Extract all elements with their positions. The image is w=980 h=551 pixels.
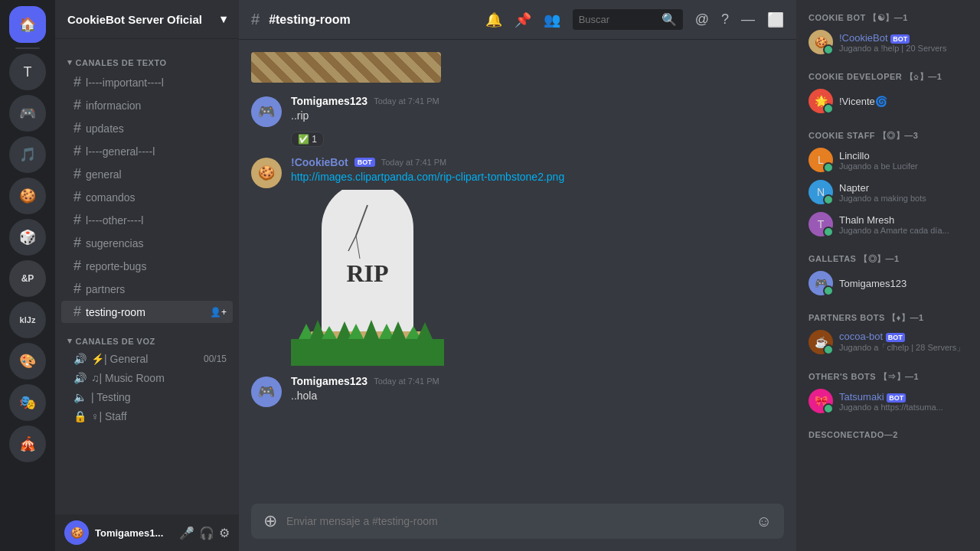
member-vicente[interactable]: 🌟 !Vicente🌀 bbox=[802, 86, 974, 116]
member-tomigames[interactable]: 🎮 Tomigames123 bbox=[802, 268, 974, 298]
member-info-tomigames: Tomigames123 bbox=[839, 278, 968, 289]
channel-item-general-divider[interactable]: # l----general----l bbox=[61, 140, 233, 162]
server-icon-8[interactable]: 🎭 bbox=[9, 384, 46, 421]
messages-area[interactable]: 🎮 Tomigames123 Today at 7:41 PM ..rip ✅ … bbox=[239, 40, 796, 504]
tombstone-image: RIP bbox=[291, 190, 475, 366]
channel-item-important[interactable]: # l----important----l bbox=[61, 71, 233, 93]
hash-icon: # bbox=[74, 166, 81, 182]
deafen-icon[interactable]: 🎧 bbox=[199, 526, 214, 540]
member-avatar-thaln: T bbox=[808, 212, 833, 236]
channel-header-name: #testing-room bbox=[269, 13, 351, 27]
bookmark-icon[interactable]: 📌 bbox=[514, 11, 531, 28]
server-icon-7[interactable]: 🎨 bbox=[9, 343, 46, 380]
server-header[interactable]: CookieBot Server Oficial ▾ bbox=[55, 0, 239, 39]
member-info-cookiebot: !CookieBot BOT Jugando a !help | 20 Serv… bbox=[839, 32, 968, 53]
message-input-box: ⊕ ☺ bbox=[251, 504, 784, 539]
server-icon-5[interactable]: 🎲 bbox=[9, 219, 46, 256]
server-icon-9[interactable]: 🎪 bbox=[9, 425, 46, 462]
member-cocoa-bot[interactable]: ☕ cocoa-bot BOT Jugando a「clhelp | 28 Se… bbox=[802, 327, 974, 357]
top-image-container bbox=[239, 52, 796, 92]
member-thaln[interactable]: T Thaln Mresh Jugando a Amarte cada día.… bbox=[802, 209, 974, 240]
member-cookiebot[interactable]: 🍪 !CookieBot BOT Jugando a !help | 20 Se… bbox=[802, 27, 974, 57]
channel-item-other-divider[interactable]: # l----other----l bbox=[61, 209, 233, 231]
voice-channel-staff[interactable]: 🔒 ♀| Staff bbox=[61, 407, 233, 425]
minimize-icon[interactable]: — bbox=[741, 11, 755, 28]
server-divider bbox=[15, 47, 40, 49]
search-bar: 🔍 bbox=[573, 9, 683, 30]
server-icon-3[interactable]: 🎵 bbox=[9, 136, 46, 173]
member-napter[interactable]: N Napter Jugando a making bots bbox=[802, 177, 974, 207]
message-timestamp-1: Today at 7:41 PM bbox=[374, 96, 439, 106]
message-group-1: 🎮 Tomigames123 Today at 7:41 PM ..rip ✅ … bbox=[239, 92, 796, 150]
channel-item-informacion[interactable]: # informacion bbox=[61, 94, 233, 116]
reaction-checkmark[interactable]: ✅ 1 bbox=[291, 132, 324, 147]
bell-icon[interactable]: 🔔 bbox=[485, 11, 502, 28]
message-link[interactable]: http://images.clipartpanda.com/rip-clipa… bbox=[291, 171, 564, 183]
members-sidebar: COOKIE BOT 【☯】—1 🍪 !CookieBot BOT Jugand… bbox=[796, 0, 980, 551]
message-author-2: !CookieBot BOT Today at 7:41 PM bbox=[291, 156, 784, 168]
settings-icon[interactable]: ⚙ bbox=[219, 526, 230, 540]
message-input-area: ⊕ ☺ bbox=[239, 504, 796, 551]
member-tatsumaki[interactable]: 🎀 Tatsumaki BOT Jugando a https://tatsum… bbox=[802, 386, 974, 416]
member-avatar-tomigames: 🎮 bbox=[808, 271, 833, 295]
message-text-3: ..hola bbox=[291, 389, 784, 404]
hash-icon: # bbox=[74, 120, 81, 136]
members-group-developer: COOKIE DEVELOPER 【⎐】—1 bbox=[802, 59, 974, 86]
add-member-icon[interactable]: 👤+ bbox=[210, 307, 227, 318]
main-content: # #testing-room 🔔 📌 👥 🔍 @ ? — ⬜ 🎮 bbox=[239, 0, 796, 551]
member-lincillo[interactable]: L Lincillo Jugando a be Lucifer bbox=[802, 145, 974, 175]
help-icon[interactable]: ? bbox=[721, 11, 729, 28]
at-icon[interactable]: @ bbox=[695, 11, 709, 28]
channel-item-testing-room[interactable]: # testing-room 👤+ bbox=[61, 301, 233, 323]
hash-icon: # bbox=[74, 189, 81, 205]
server-icon-6[interactable]: klJz bbox=[9, 302, 46, 338]
author-name-tomi[interactable]: Tomigames123 bbox=[291, 95, 368, 107]
members-icon[interactable]: 👥 bbox=[544, 11, 560, 28]
user-avatar: 🍪 bbox=[64, 520, 89, 545]
voice-icon: 🔊 bbox=[74, 353, 87, 365]
server-icon-1[interactable]: T bbox=[9, 54, 46, 90]
bot-badge: BOT bbox=[354, 158, 375, 167]
emoji-icon[interactable]: ☺ bbox=[756, 513, 772, 530]
add-attachment-icon[interactable]: ⊕ bbox=[263, 511, 277, 531]
search-input[interactable] bbox=[579, 14, 657, 25]
channel-item-updates[interactable]: # updates bbox=[61, 117, 233, 139]
voice-channel-testing[interactable]: 🔈 | Testing bbox=[61, 388, 233, 406]
channel-item-comandos[interactable]: # comandos bbox=[61, 186, 233, 208]
top-image bbox=[251, 52, 441, 83]
user-bar-icons: 🎤 🎧 ⚙ bbox=[179, 526, 230, 540]
member-name-lincillo: Lincillo bbox=[839, 150, 968, 161]
author-name-tomi-2[interactable]: Tomigames123 bbox=[291, 375, 368, 387]
hash-icon: # bbox=[74, 97, 81, 113]
members-group-staff: COOKIE STAFF 【◎】—3 bbox=[802, 118, 974, 145]
voice-channel-music-room[interactable]: 🔊 ♫| Music Room bbox=[61, 369, 233, 387]
member-avatar-vicente: 🌟 bbox=[808, 89, 833, 113]
server-icon-home[interactable]: 🏠 bbox=[9, 6, 46, 43]
server-icon-2[interactable]: 🎮 bbox=[9, 95, 46, 132]
member-name-cocoa: cocoa-bot BOT bbox=[839, 331, 968, 342]
maximize-icon[interactable]: ⬜ bbox=[767, 11, 784, 28]
member-name-tomigames: Tomigames123 bbox=[839, 278, 968, 289]
message-input[interactable] bbox=[286, 515, 747, 527]
message-content-3: Tomigames123 Today at 7:41 PM ..hola bbox=[291, 375, 784, 407]
server-icon-special1[interactable]: &P bbox=[9, 260, 46, 297]
hash-icon: # bbox=[74, 258, 81, 274]
member-bot-badge: BOT bbox=[890, 34, 910, 44]
avatar-tomi-1: 🎮 bbox=[251, 96, 282, 127]
message-author-3: Tomigames123 Today at 7:41 PM bbox=[291, 375, 784, 387]
message-content-1: Tomigames123 Today at 7:41 PM ..rip ✅ 1 bbox=[291, 95, 784, 147]
server-icon-4[interactable]: 🍪 bbox=[9, 178, 46, 214]
channel-item-sugerencias[interactable]: # sugerencias bbox=[61, 232, 233, 254]
channel-item-partners[interactable]: # partners bbox=[61, 278, 233, 300]
server-name: CookieBot Server Oficial bbox=[67, 13, 202, 26]
member-status-tatsumaki: Jugando a https://tatsuma... bbox=[839, 403, 968, 412]
mute-icon[interactable]: 🎤 bbox=[179, 526, 194, 540]
author-name-cookiebot[interactable]: !CookieBot bbox=[291, 156, 348, 168]
channel-item-reporte-bugs[interactable]: # reporte-bugs bbox=[61, 255, 233, 277]
lock-icon: 🔒 bbox=[74, 410, 87, 422]
voice-channel-general[interactable]: 🔊 ⚡| General 00/15 bbox=[61, 350, 233, 368]
member-name-tatsumaki: Tatsumaki BOT bbox=[839, 391, 968, 403]
channel-item-general[interactable]: # general bbox=[61, 163, 233, 185]
members-group-galletas: GALLETAS 【◎】—1 bbox=[802, 241, 974, 268]
channel-header: # #testing-room 🔔 📌 👥 🔍 @ ? — ⬜ bbox=[239, 0, 796, 40]
